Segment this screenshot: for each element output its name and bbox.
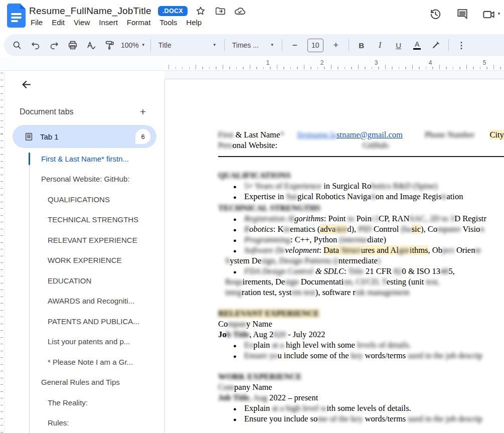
- doc-text: Orien: [454, 245, 475, 255]
- doc-text: botics R&D (Spine): [371, 181, 437, 191]
- doc-text: tr: [441, 192, 446, 201]
- close-sidebar-button[interactable]: [19, 78, 34, 91]
- doc-text: sign, Design Patterns (i: [261, 256, 339, 265]
- doc-text: TECHNICAL STRENGTHS: [218, 203, 320, 213]
- document-page[interactable]: First & Last Name*firstname.lastname@gma…: [164, 79, 504, 433]
- join-call-button[interactable]: ▼: [482, 8, 501, 21]
- doc-text: mputer: [437, 224, 461, 234]
- outline-item[interactable]: * Please Note I am a Gr...: [5, 352, 164, 372]
- outline-item[interactable]: First & Last Name* firstn...: [5, 149, 164, 169]
- paragraph-style-select[interactable]: Title ▼: [154, 38, 221, 53]
- doc-text: em test: [291, 287, 315, 297]
- tab-item-tab1[interactable]: Tab 1 6: [13, 125, 156, 148]
- tab-comment-count-badge[interactable]: 6: [135, 129, 150, 144]
- outline-item[interactable]: RELEVANT EXPERIENCE: [5, 230, 164, 250]
- bullet-icon: ●: [233, 341, 237, 351]
- doc-text: Software De: [244, 245, 285, 255]
- chevron-down-icon: ▼: [213, 43, 217, 47]
- undo-button[interactable]: [27, 38, 45, 53]
- doc-text: 0 & ISO 13: [402, 266, 441, 276]
- search-menus-button[interactable]: [8, 38, 26, 53]
- doc-text: velopment: [285, 245, 319, 255]
- google-docs-logo-icon[interactable]: [7, 4, 26, 28]
- menu-insert[interactable]: Insert: [94, 17, 122, 28]
- doc-text: key: [351, 351, 363, 360]
- decrease-font-size-button[interactable]: −: [286, 38, 304, 53]
- outline-item[interactable]: List your patents and p...: [5, 332, 164, 352]
- highlight-color-button[interactable]: [427, 38, 445, 53]
- doc-bullet-line: ●5+ Years of Experience in Surgical Robo…: [218, 181, 504, 191]
- italic-button[interactable]: I: [371, 38, 389, 53]
- outline-item[interactable]: WORK EXPERIENCE: [5, 250, 164, 271]
- add-tab-button[interactable]: +: [136, 105, 149, 118]
- doc-email-link[interactable]: stname@gmail.com: [337, 130, 403, 139]
- spelling-grammar-check-button[interactable]: [82, 38, 100, 53]
- outline-item[interactable]: Personal Website: GitHub:: [5, 169, 164, 190]
- move-to-folder-icon[interactable]: [214, 5, 227, 18]
- menu-view[interactable]: View: [69, 17, 94, 28]
- outline-item[interactable]: The Reality:: [5, 392, 164, 413]
- bullet-icon: ●: [233, 214, 237, 225]
- font-size-input[interactable]: 10: [307, 39, 323, 52]
- horizontal-ruler[interactable]: 12345: [0, 57, 504, 70]
- outline-item-label: EDUCATION: [48, 276, 91, 285]
- cloud-saved-icon[interactable]: [233, 5, 246, 18]
- doc-text: : K: [273, 224, 284, 234]
- print-button[interactable]: [64, 38, 82, 53]
- outline-item[interactable]: EDUCATION: [5, 270, 164, 291]
- bullet-icon: ●: [233, 246, 237, 256]
- doc-text: 48: [440, 266, 449, 276]
- menu-tools[interactable]: Tools: [155, 17, 182, 28]
- doc-text: Visio: [461, 224, 480, 234]
- doc-text: Control: [374, 224, 401, 234]
- comments-icon[interactable]: [455, 7, 470, 22]
- more-options-button[interactable]: ⋮: [452, 38, 470, 53]
- doc-line: Requirements, Design Documentation, CI/C…: [218, 276, 504, 287]
- doc-text: : Point: [324, 214, 348, 223]
- outline-item[interactable]: Rules:: [5, 413, 164, 433]
- underline-button[interactable]: U: [390, 38, 408, 53]
- zoom-select[interactable]: 100% ▼: [119, 38, 147, 53]
- doc-text: Requ: [225, 277, 243, 286]
- doc-text: adva: [320, 224, 335, 234]
- doc-text: (ba: [401, 224, 412, 234]
- doc-line: Job Title, Aug 2020 - July 2022: [218, 329, 504, 340]
- paint-format-button[interactable]: [101, 38, 119, 53]
- doc-text: Com: [218, 382, 234, 392]
- bullet-icon: ●: [233, 267, 237, 277]
- outline-item-label: * Please Note I am a Gr...: [48, 358, 133, 366]
- menu-help[interactable]: Help: [182, 17, 206, 28]
- vertical-ruler[interactable]: [0, 71, 5, 433]
- document-title[interactable]: Resume_FullName_JobTitle: [29, 6, 151, 17]
- menu-edit[interactable]: Edit: [47, 17, 69, 28]
- menu-file[interactable]: File: [26, 17, 47, 28]
- doc-email-link[interactable]: firstname.la: [297, 130, 337, 139]
- increase-font-size-button[interactable]: +: [327, 38, 345, 53]
- star-icon[interactable]: [194, 5, 207, 18]
- font-family-select[interactable]: Times ... ▼: [228, 38, 278, 53]
- outline-item[interactable]: General Rules and Tips: [5, 372, 164, 393]
- outline-item[interactable]: PATENTS AND PUBLICA...: [5, 311, 164, 332]
- redo-button[interactable]: [45, 38, 63, 53]
- document-tabs-heading: Document tabs: [20, 107, 74, 116]
- doc-content[interactable]: First & Last Name*firstname.lastname@gma…: [218, 129, 504, 424]
- doc-text: t I: [372, 214, 379, 223]
- outline-item[interactable]: TECHNICAL STRENGTHS: [5, 210, 164, 230]
- doc-text: , Ob: [428, 245, 442, 255]
- doc-text: City, Sta: [489, 130, 504, 139]
- menu-format[interactable]: Format: [122, 17, 155, 28]
- chevron-down-icon: ▼: [497, 12, 501, 16]
- outline-item-label: First & Last Name* firstn...: [41, 155, 129, 163]
- text-color-button[interactable]: A: [408, 38, 426, 53]
- outline-item[interactable]: QUALIFICATIONS: [5, 189, 164, 210]
- outline-item[interactable]: AWARDS and Recogniti...: [5, 291, 164, 312]
- doc-text: ): [378, 256, 381, 265]
- outline-item-label: RELEVANT EXPERIENCE: [48, 236, 137, 244]
- doc-text: d),: [347, 224, 356, 234]
- version-history-icon[interactable]: [428, 7, 443, 22]
- doc-line: Company Name: [218, 382, 504, 392]
- doc-spacer: [218, 160, 504, 169]
- bold-button[interactable]: B: [353, 38, 371, 53]
- doc-text: 21 CFR: [364, 266, 394, 276]
- doc-text: ti: [371, 192, 376, 201]
